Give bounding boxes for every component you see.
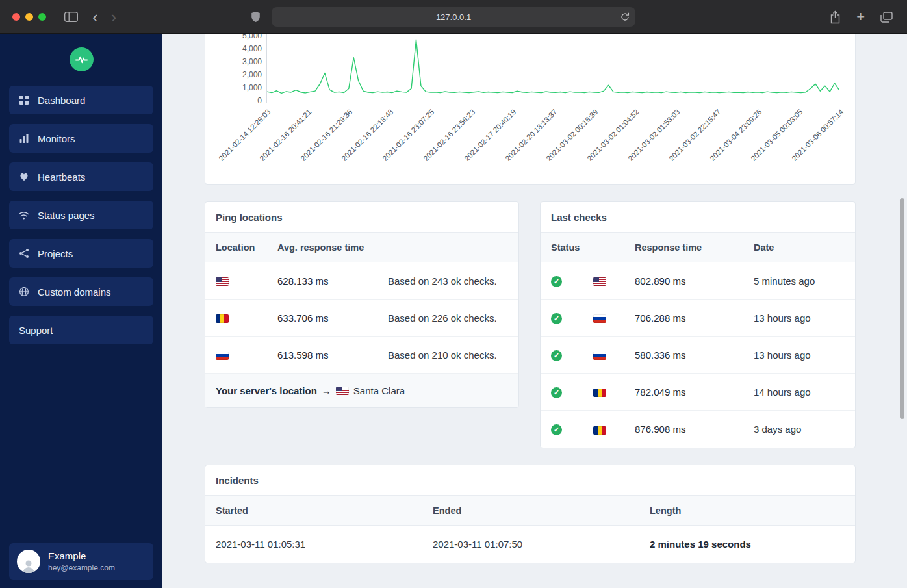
column-header-date: Date bbox=[754, 242, 845, 253]
status-ok-icon: ✓ bbox=[551, 350, 562, 361]
sidebar-item-label: Monitors bbox=[38, 133, 75, 144]
table-header-row: Started Ended Length bbox=[205, 496, 855, 526]
flag-icon bbox=[593, 389, 606, 397]
pulse-icon bbox=[74, 52, 89, 67]
status-ok-icon: ✓ bbox=[551, 424, 562, 435]
avg-response-time: 613.598 ms bbox=[277, 350, 388, 361]
ok-checks-note: Based on 210 ok checks. bbox=[388, 350, 508, 361]
sidebar-item-projects[interactable]: Projects bbox=[9, 239, 153, 268]
person-icon bbox=[21, 557, 36, 573]
share-icon bbox=[830, 10, 841, 24]
table-row: 633.706 ms Based on 226 ok checks. bbox=[205, 300, 518, 337]
flag-icon bbox=[593, 426, 606, 435]
app-sidebar: Dashboard Monitors Heartbeats Status pag… bbox=[0, 34, 162, 588]
check-date: 14 hours ago bbox=[754, 387, 845, 398]
ping-locations-card: Ping locations Location Avg. response ti… bbox=[205, 201, 519, 408]
y-axis-tick: 4,000 bbox=[223, 44, 262, 53]
response-time: 782.049 ms bbox=[635, 387, 754, 398]
user-name: Example bbox=[48, 550, 115, 561]
sidebar-item-label: Dashboard bbox=[38, 95, 85, 106]
flag-icon bbox=[593, 352, 606, 360]
table-row: 628.133 ms Based on 243 ok checks. bbox=[205, 262, 518, 300]
table-row: 613.598 ms Based on 210 ok checks. bbox=[205, 337, 518, 374]
check-date: 13 hours ago bbox=[754, 350, 845, 361]
ok-checks-note: Based on 226 ok checks. bbox=[388, 313, 508, 324]
grid-icon bbox=[18, 95, 29, 106]
sidebar-toggle-button[interactable] bbox=[64, 12, 78, 22]
tabs-icon bbox=[880, 12, 893, 23]
app-logo[interactable] bbox=[70, 47, 94, 71]
reload-button[interactable] bbox=[620, 12, 630, 23]
address-bar[interactable]: 127.0.0.1 bbox=[272, 7, 635, 27]
bar-chart-icon bbox=[18, 133, 29, 144]
main-content: 5,0004,0003,0002,0001,0000 2021-02-14 12… bbox=[162, 34, 907, 588]
sidebar-item-dashboard[interactable]: Dashboard bbox=[9, 86, 153, 114]
incident-started: 2021-03-11 01:05:31 bbox=[216, 539, 433, 550]
sidebar-item-label: Projects bbox=[38, 248, 73, 259]
arrow-right-icon: → bbox=[322, 385, 331, 396]
response-time-chart: 5,0004,0003,0002,0001,0000 bbox=[266, 34, 839, 103]
back-button[interactable]: ‹ bbox=[92, 8, 98, 25]
wifi-icon bbox=[18, 210, 29, 221]
table-header-row: Status Response time Date bbox=[541, 233, 855, 262]
column-header-ended: Ended bbox=[433, 505, 650, 516]
url-text: 127.0.0.1 bbox=[436, 12, 471, 22]
card-title: Ping locations bbox=[205, 202, 518, 233]
user-account-card[interactable]: Example hey@example.com bbox=[9, 543, 153, 580]
table-row: 2021-03-11 01:05:31 2021-03-11 01:07:50 … bbox=[205, 526, 855, 563]
new-tab-button[interactable]: + bbox=[856, 10, 865, 24]
sidebar-item-heartbeats[interactable]: Heartbeats bbox=[9, 162, 153, 191]
response-time: 580.336 ms bbox=[635, 350, 754, 361]
status-ok-icon: ✓ bbox=[551, 276, 562, 287]
close-window-button[interactable] bbox=[12, 13, 20, 21]
table-row: ✓ 580.336 ms 13 hours ago bbox=[541, 337, 855, 374]
vertical-scrollbar[interactable] bbox=[900, 198, 904, 419]
check-date: 3 days ago bbox=[754, 424, 845, 435]
avg-response-time: 633.706 ms bbox=[277, 313, 388, 324]
response-time: 802.890 ms bbox=[635, 275, 754, 287]
sidebar-item-custom-domains[interactable]: Custom domains bbox=[9, 277, 153, 306]
table-header-row: Location Avg. response time bbox=[205, 233, 518, 262]
window-controls bbox=[12, 13, 46, 21]
response-time-line bbox=[267, 40, 839, 93]
check-date: 5 minutes ago bbox=[754, 275, 845, 287]
status-ok-icon: ✓ bbox=[551, 387, 562, 398]
privacy-shield-icon[interactable] bbox=[251, 11, 261, 25]
column-header-response-time: Response time bbox=[635, 242, 754, 253]
y-axis-tick: 0 bbox=[223, 96, 262, 105]
incident-length: 2 minutes 19 seconds bbox=[650, 539, 845, 550]
sidebar-item-support[interactable]: Support bbox=[9, 316, 153, 344]
sidebar-item-label: Support bbox=[19, 325, 53, 336]
table-row: ✓ 802.890 ms 5 minutes ago bbox=[541, 262, 855, 300]
column-header-length: Length bbox=[650, 505, 845, 516]
y-axis-tick: 3,000 bbox=[223, 57, 262, 66]
card-title: Incidents bbox=[205, 465, 855, 496]
server-location-footer: Your server's location → Santa Clara bbox=[205, 374, 518, 407]
reload-icon bbox=[620, 12, 630, 21]
y-axis-tick: 2,000 bbox=[223, 70, 262, 79]
status-ok-icon: ✓ bbox=[551, 313, 562, 324]
y-axis-tick: 5,000 bbox=[223, 34, 262, 40]
zoom-window-button[interactable] bbox=[38, 13, 46, 21]
column-header-status: Status bbox=[551, 242, 635, 253]
sidebar-item-status-pages[interactable]: Status pages bbox=[9, 201, 153, 229]
tab-overview-button[interactable] bbox=[880, 12, 893, 23]
sidebar-item-label: Heartbeats bbox=[38, 172, 85, 183]
chart-plot bbox=[267, 34, 839, 103]
table-row: ✓ 876.908 ms 3 days ago bbox=[541, 411, 855, 448]
server-location-city: Santa Clara bbox=[353, 385, 405, 396]
ok-checks-note: Based on 243 ok checks. bbox=[388, 275, 508, 287]
flag-icon bbox=[593, 314, 606, 323]
avatar bbox=[17, 550, 40, 573]
sidebar-item-label: Custom domains bbox=[38, 287, 111, 298]
flag-icon bbox=[336, 387, 349, 395]
forward-button[interactable]: › bbox=[111, 8, 117, 25]
response-time: 876.908 ms bbox=[635, 424, 754, 435]
minimize-window-button[interactable] bbox=[25, 13, 33, 21]
table-row: ✓ 782.049 ms 14 hours ago bbox=[541, 374, 855, 411]
sidebar-item-monitors[interactable]: Monitors bbox=[9, 124, 153, 153]
flag-icon bbox=[593, 277, 606, 286]
globe-icon bbox=[18, 287, 29, 298]
share-button[interactable] bbox=[830, 10, 841, 24]
check-date: 13 hours ago bbox=[754, 313, 845, 324]
